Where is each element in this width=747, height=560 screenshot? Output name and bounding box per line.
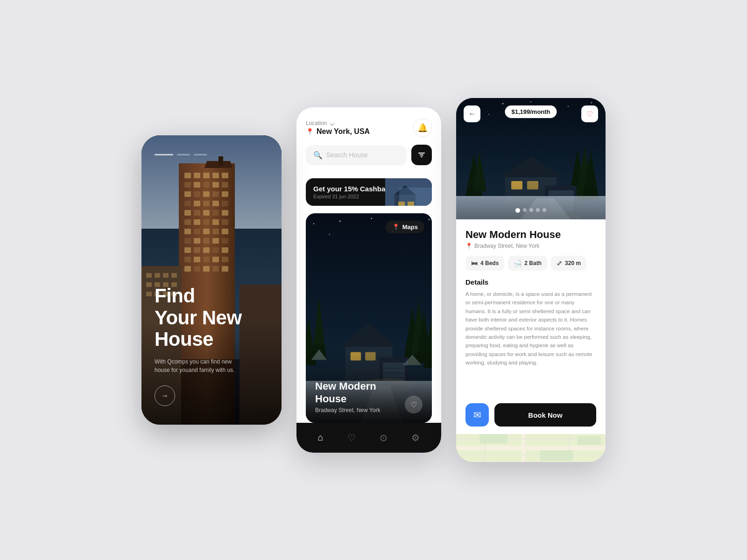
arrow-icon: → — [161, 392, 169, 400]
pin-icon: 📍 — [306, 128, 314, 135]
svg-rect-150 — [578, 436, 601, 445]
location-city: New York, USA — [317, 127, 370, 136]
property-title: New Modern House — [465, 229, 596, 241]
beds-stat: 🛏 4 Beds — [465, 256, 504, 271]
search-placeholder: Search House — [326, 151, 368, 159]
location-label-text: Location — [306, 120, 327, 126]
sub-text: With Qcomps you can find new house for y… — [155, 357, 239, 374]
dot-2 — [177, 154, 190, 155]
svg-rect-147 — [456, 454, 606, 455]
arrow-button[interactable]: → — [155, 385, 175, 406]
location-label: Location — [306, 120, 370, 126]
size-value: 320 m — [565, 260, 581, 266]
card-title: New Modern House — [315, 380, 380, 405]
search-box[interactable]: 🔍 Search House — [306, 145, 407, 165]
back-arrow-icon: ← — [468, 110, 476, 118]
message-button[interactable]: ✉ — [465, 403, 489, 427]
map-pin-icon: 📍 — [392, 224, 400, 231]
filter-icon — [417, 151, 426, 159]
svg-point-118 — [530, 101, 531, 102]
image-dots — [515, 208, 546, 213]
svg-point-117 — [502, 103, 504, 105]
cashback-house-svg — [385, 178, 432, 206]
address-pin-icon: 📍 — [465, 243, 472, 249]
dot-4 — [536, 208, 540, 212]
bottom-navigation: ⌂ ♡ ⊙ ⚙ — [296, 423, 441, 453]
booking-footer: ✉ Book Now — [456, 396, 606, 434]
phone-screen-1: Find Your New House With Qcomps you can … — [141, 135, 282, 425]
dot-2 — [523, 208, 527, 212]
card-content: New Modern House Bradway Street, New Yor… — [306, 371, 432, 423]
main-headline: Find Your New House — [155, 285, 268, 350]
back-button[interactable]: ← — [464, 105, 480, 122]
bed-icon: 🛏 — [471, 259, 478, 267]
save-button[interactable]: ♡ — [581, 105, 598, 122]
heart-icon: ♡ — [586, 110, 593, 119]
search-row: 🔍 Search House — [306, 145, 432, 165]
baths-value: 2 Bath — [524, 260, 542, 266]
beds-value: 4 Beds — [480, 260, 499, 266]
svg-point-119 — [568, 106, 569, 107]
location-value: 📍 New York, USA — [306, 127, 370, 136]
favorite-button[interactable]: ♡ — [405, 396, 423, 413]
cashback-title: Get your 15% Cashbak — [313, 185, 389, 193]
cashback-image — [385, 178, 432, 206]
notification-button[interactable]: 🔔 — [413, 119, 432, 137]
dot-1 — [515, 208, 520, 213]
property-address: 📍 Bradway Street, New York — [465, 243, 596, 249]
nav-favorites[interactable]: ♡ — [342, 430, 361, 445]
book-label: Book Now — [528, 411, 562, 419]
nav-settings[interactable]: ⚙ — [406, 430, 425, 445]
svg-rect-148 — [479, 434, 507, 443]
svg-point-86 — [313, 223, 314, 224]
dot-3 — [529, 208, 533, 212]
svg-point-88 — [371, 218, 372, 219]
filter-button[interactable] — [411, 145, 432, 165]
card-address: Bradway Street, New York — [315, 407, 380, 413]
location-info: Location 📍 New York, USA — [306, 120, 370, 136]
phone-screen-2: Location 📍 New York, USA 🔔 🔍 Search Hous… — [296, 107, 441, 453]
book-now-button[interactable]: Book Now — [494, 403, 596, 427]
property-details: New Modern House 📍 Bradway Street, New Y… — [456, 219, 606, 396]
phone2-header: Location 📍 New York, USA 🔔 🔍 Search Hous… — [296, 107, 441, 173]
card-text: New Modern House Bradway Street, New Yor… — [315, 380, 380, 413]
svg-rect-140 — [456, 182, 606, 219]
property-image: ← $1,199/month ♡ — [456, 98, 606, 219]
dot-3 — [194, 154, 207, 155]
cashback-text: Get your 15% Cashbak Expired 31 jun 2022 — [313, 185, 389, 199]
phone1-bottom: Find Your New House With Qcomps you can … — [155, 285, 268, 406]
location-row: Location 📍 New York, USA 🔔 — [306, 119, 432, 137]
cashback-expiry: Expired 31 jun 2022 — [313, 194, 389, 199]
svg-point-90 — [428, 219, 430, 220]
property-stats: 🛏 4 Beds 🛁 2 Bath ⤢ 320 m — [465, 256, 596, 271]
main-house-card: 📍 Maps New Modern House Bradway Street, … — [306, 213, 432, 423]
details-label: Details — [465, 278, 596, 286]
search-icon: 🔍 — [313, 151, 323, 160]
maps-label: Maps — [402, 224, 418, 231]
baths-stat: 🛁 2 Bath — [508, 256, 547, 271]
size-icon: ⤢ — [557, 259, 562, 267]
map-svg — [456, 434, 606, 462]
nav-home[interactable]: ⌂ — [312, 430, 329, 445]
bell-icon: 🔔 — [417, 123, 428, 133]
svg-point-121 — [488, 114, 489, 115]
maps-button[interactable]: 📍 Maps — [386, 221, 424, 233]
svg-rect-142 — [456, 446, 606, 450]
dot-5 — [543, 208, 546, 212]
price-badge: $1,199/month — [505, 105, 557, 118]
nav-search[interactable]: ⊙ — [374, 430, 393, 445]
message-icon: ✉ — [473, 409, 481, 420]
svg-point-91 — [329, 234, 330, 235]
phone1-content: Find Your New House With Qcomps you can … — [141, 135, 282, 425]
map-preview — [456, 434, 606, 462]
progress-dots — [155, 154, 268, 155]
svg-rect-75 — [418, 153, 425, 154]
size-stat: ⤢ 320 m — [551, 256, 586, 271]
svg-rect-83 — [408, 202, 414, 206]
svg-rect-82 — [398, 202, 405, 206]
svg-rect-149 — [540, 450, 573, 461]
heart-icon: ♡ — [410, 400, 417, 409]
address-text: Bradway Street, New York — [474, 243, 539, 249]
phone-screen-3: ← $1,199/month ♡ New Modern House 📍 Brad… — [456, 98, 606, 462]
cashback-banner: Get your 15% Cashbak Expired 31 jun 2022 — [306, 178, 432, 206]
